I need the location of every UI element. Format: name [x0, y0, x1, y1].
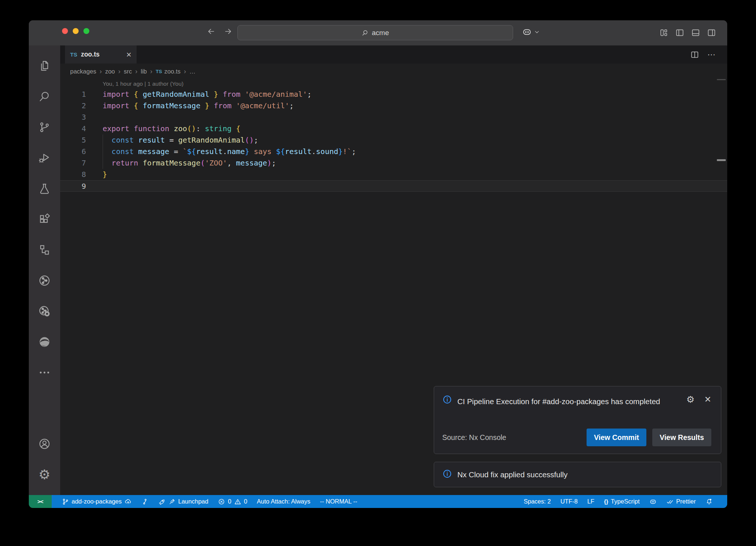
notification-close-icon[interactable]: ✕: [704, 395, 711, 404]
indentation-status-item[interactable]: Spaces: 2: [519, 495, 556, 508]
copilot-status-item[interactable]: [645, 495, 662, 508]
close-tab-icon[interactable]: ×: [126, 50, 131, 59]
warning-count: 0: [244, 498, 247, 505]
notification-settings-icon[interactable]: ⚙: [686, 395, 694, 404]
toggle-secondary-sidebar-icon[interactable]: [707, 28, 716, 39]
notification-toasts: CI Pipeline Execution for #add-zoo-packa…: [434, 386, 721, 487]
line-number: 8: [60, 169, 86, 180]
remote-indicator[interactable]: ><: [29, 495, 52, 508]
toggle-primary-sidebar-icon[interactable]: [675, 28, 684, 39]
copilot-icon: [649, 498, 657, 505]
publish-cloud-icon: [124, 498, 132, 505]
breadcrumb-item[interactable]: packages: [70, 68, 96, 75]
code-line-7[interactable]: 7 return formatMessage('ZOO', message);: [60, 157, 727, 169]
auto-attach-status-item[interactable]: Auto Attach: Always: [252, 495, 315, 508]
maximize-window-button[interactable]: [83, 28, 89, 34]
code-lines: 1import { getRandomAnimal } from '@acme/…: [60, 89, 727, 192]
testing-icon[interactable]: [29, 173, 60, 204]
command-center-search[interactable]: acme: [237, 25, 513, 40]
search-value: acme: [372, 29, 389, 37]
explorer-icon[interactable]: [29, 51, 60, 81]
formatter-status-item[interactable]: Prettier: [662, 495, 701, 508]
line-number: 4: [60, 123, 86, 134]
breadcrumb-item[interactable]: src: [124, 68, 132, 75]
code-line-3[interactable]: 3: [60, 112, 727, 123]
split-editor-icon[interactable]: [690, 50, 699, 59]
line-number: 6: [60, 146, 86, 157]
settings-gear-icon[interactable]: ⚙: [29, 459, 60, 490]
source-control-icon[interactable]: [29, 112, 60, 143]
tab-bar: TS zoo.ts × ⋯: [60, 45, 727, 64]
line-number: 2: [60, 100, 86, 112]
commit-graph-search-icon[interactable]: [29, 296, 60, 327]
launchpad-status-item[interactable]: Launchpad: [154, 495, 213, 508]
code-line-6[interactable]: 6 const message = `${result.name} says $…: [60, 146, 727, 157]
extensions-icon[interactable]: [29, 204, 60, 235]
tab-zoo-ts[interactable]: TS zoo.ts ×: [65, 45, 137, 64]
typescript-file-icon: TS: [70, 51, 77, 58]
branch-status-item[interactable]: add-zoo-packages: [57, 495, 137, 508]
error-icon: [218, 498, 225, 505]
notification-message: Nx Cloud fix applied successfully: [457, 470, 568, 479]
line-number: 5: [60, 134, 86, 146]
language-status-item[interactable]: {} TypeScript: [599, 495, 645, 508]
breadcrumb-separator: ›: [184, 68, 186, 75]
vim-mode-status-item[interactable]: -- NORMAL --: [315, 495, 362, 508]
line-number: 3: [60, 112, 86, 123]
notifications-bell-item[interactable]: [701, 495, 718, 508]
copilot-menu[interactable]: [522, 27, 540, 37]
notification-nx-cloud: Nx Cloud fix applied successfully: [434, 462, 721, 487]
encoding-status-item[interactable]: UTF-8: [556, 495, 583, 508]
code-text: import { formatMessage } from '@acme/uti…: [86, 100, 294, 112]
copilot-icon: [522, 27, 532, 37]
problems-status-item[interactable]: 0 0: [213, 495, 252, 508]
breadcrumb-item[interactable]: zoo: [105, 68, 115, 75]
close-window-button[interactable]: [62, 28, 68, 34]
back-icon[interactable]: [207, 27, 216, 37]
breadcrumb-item[interactable]: lib: [141, 68, 147, 75]
notification-ci-pipeline: CI Pipeline Execution for #add-zoo-packa…: [434, 386, 721, 454]
breadcrumb-item[interactable]: TSzoo.ts: [156, 68, 181, 75]
line-number: 1: [60, 89, 86, 100]
toggle-panel-icon[interactable]: [691, 28, 700, 39]
code-text: return formatMessage('ZOO', message);: [86, 157, 276, 169]
double-check-icon: [666, 498, 674, 505]
run-debug-icon[interactable]: [29, 143, 60, 173]
nx-cloud-icon[interactable]: [29, 265, 60, 296]
customize-layout-icon[interactable]: [659, 28, 669, 39]
forward-icon[interactable]: [224, 27, 233, 37]
code-line-9[interactable]: 9: [60, 180, 727, 192]
tab-label: zoo.ts: [81, 51, 123, 58]
code-text: [86, 112, 103, 123]
more-views-icon[interactable]: [29, 357, 60, 388]
nx-console-icon[interactable]: [29, 235, 60, 265]
plug-icon: [168, 498, 176, 505]
info-icon: [442, 395, 452, 409]
code-line-5[interactable]: 5 const result = getRandomAnimal();: [60, 134, 727, 146]
code-line-8[interactable]: 8}: [60, 169, 727, 180]
code-line-2[interactable]: 2import { formatMessage } from '@acme/ut…: [60, 100, 727, 112]
code-line-1[interactable]: 1import { getRandomAnimal } from '@acme/…: [60, 89, 727, 100]
edge-tools-icon[interactable]: [29, 327, 60, 357]
breadcrumb-separator: ›: [135, 68, 137, 75]
overview-ruler-cursor-mark: [717, 159, 726, 161]
compare-status-item[interactable]: [137, 495, 154, 508]
indent-guide: [103, 134, 103, 169]
breadcrumb[interactable]: packages›zoo›src›lib›TSzoo.ts›…: [60, 64, 727, 79]
editor-more-actions-icon[interactable]: ⋯: [707, 50, 716, 59]
view-results-button[interactable]: View Results: [652, 429, 711, 446]
inline-blame: You, 1 hour ago | 1 author (You): [60, 79, 727, 89]
account-icon[interactable]: [29, 429, 60, 459]
code-text: import { getRandomAnimal } from '@acme/a…: [86, 89, 312, 100]
vscode-window: acme ⚙: [29, 20, 727, 508]
search-view-icon[interactable]: [29, 81, 60, 112]
code-text: const result = getRandomAnimal();: [86, 134, 258, 146]
code-text: const message = `${result.name} says ${r…: [86, 146, 356, 157]
window-controls: [62, 28, 89, 34]
eol-status-item[interactable]: LF: [583, 495, 599, 508]
code-line-4[interactable]: 4export function zoo(): string {: [60, 123, 727, 134]
breadcrumb-item[interactable]: …: [189, 68, 196, 75]
view-commit-button[interactable]: View Commit: [587, 429, 646, 446]
minimize-window-button[interactable]: [73, 28, 79, 34]
notification-source: Source: Nx Console: [442, 433, 506, 442]
